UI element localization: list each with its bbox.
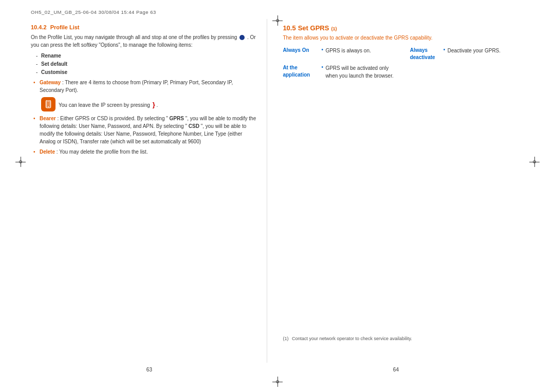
top-crosshair bbox=[272, 15, 283, 26]
left-page-number: 63 bbox=[146, 367, 152, 372]
bearer-text1: : Either GPRS or CSD is provided. By sel… bbox=[57, 116, 168, 121]
dash-item-rename: Rename bbox=[36, 52, 256, 60]
bottom-crosshair bbox=[272, 377, 283, 387]
icon-box: You can leave the IP screen by pressing … bbox=[41, 97, 256, 111]
right-section-heading: 10.5 Set GPRS (1) bbox=[283, 24, 524, 32]
gateway-text: : There are 4 items to choose from (Prim… bbox=[40, 80, 233, 93]
page-container: OH5_02_UM_GB_25-06-04 30/08/04 15:44 Pag… bbox=[0, 0, 555, 392]
dash-item-setdefault: Set default bbox=[36, 60, 256, 68]
doc-header-text: OH5_02_UM_GB_25-06-04 30/08/04 15:44 Pag… bbox=[31, 9, 156, 15]
cell-label-at-application: At the application bbox=[283, 64, 321, 80]
footer-left: 63 bbox=[31, 367, 268, 372]
icon-text: You can leave the IP screen by pressing … bbox=[59, 101, 158, 108]
right-section-title: Set GPRS bbox=[298, 24, 329, 32]
left-section-number: 10.4.2 bbox=[31, 24, 47, 30]
cell-desc-always-on: GPRS is always on. bbox=[325, 47, 410, 61]
right-section-superscript: (1) bbox=[331, 26, 337, 31]
dash-item-customise: Customise bbox=[36, 68, 256, 77]
right-column: 10.5 Set GPRS (1) The item allows you to… bbox=[267, 19, 529, 363]
nav-button-icon bbox=[239, 35, 245, 40]
bottom-crosshair-container bbox=[0, 377, 555, 392]
cell-right-desc-deactivate: Deactivate your GPRS. bbox=[448, 47, 524, 61]
footnote: (1) Contact your network operator to che… bbox=[283, 335, 524, 343]
cell-desc-at-application: GPRS will be activated only when you lau… bbox=[325, 64, 410, 80]
gateway-label: Gateway bbox=[40, 80, 61, 85]
bullet-item-bearer: Bearer : Either GPRS or CSD is provided.… bbox=[33, 115, 256, 145]
left-section-heading: 10.4.2 Profile List bbox=[31, 24, 256, 30]
dash-item-customise-label: Customise bbox=[41, 69, 67, 75]
gprs-row-always-on: Always On • GPRS is always on. Always de… bbox=[283, 47, 524, 61]
bearer-gprs: GPRS bbox=[170, 116, 184, 121]
phone-icon bbox=[41, 97, 55, 111]
left-intro-text: On the Profile List, you may navigate th… bbox=[31, 34, 237, 40]
cell-right-bullet-empty bbox=[443, 64, 448, 80]
delete-text: : You may delete the profile from the li… bbox=[57, 149, 148, 155]
superscript-dot: . bbox=[157, 102, 158, 108]
right-intro-text: The item allows you to activate or deact… bbox=[283, 35, 432, 41]
cell-right-bullet-deactivate: • bbox=[443, 47, 448, 61]
right-page-number: 64 bbox=[393, 367, 399, 372]
dash-list: Rename Set default Customise bbox=[36, 52, 256, 77]
bullet-item-delete: Delete : You may delete the profile from… bbox=[33, 148, 256, 156]
main-content: 10.4.2 Profile List On the Profile List,… bbox=[0, 19, 555, 363]
bearer-label: Bearer bbox=[40, 116, 56, 121]
left-crosshair bbox=[15, 157, 26, 167]
right-intro: The item allows you to activate or deact… bbox=[283, 34, 524, 42]
gprs-row-at-application: At the application • GPRS will be activa… bbox=[283, 64, 524, 80]
svg-rect-2 bbox=[47, 101, 50, 102]
gprs-table: Always On • GPRS is always on. Always de… bbox=[283, 47, 524, 80]
footnote-text: Contact your network operator to check s… bbox=[292, 336, 412, 341]
footnote-area: (1) Contact your network operator to che… bbox=[283, 335, 524, 343]
bullet-list: Gateway : There are 4 items to choose fr… bbox=[33, 79, 256, 156]
footer: 63 64 bbox=[0, 363, 555, 377]
cell-right-label-always-deactivate: Always deactivate bbox=[410, 47, 443, 61]
svg-point-1 bbox=[48, 106, 49, 107]
left-column: 10.4.2 Profile List On the Profile List,… bbox=[26, 19, 267, 363]
footer-right: 64 bbox=[268, 367, 524, 372]
icon-leave-text: You can leave the IP screen by pressing bbox=[59, 102, 150, 108]
footnote-number: (1) bbox=[283, 336, 288, 341]
dash-item-setdefault-label: Set default bbox=[41, 61, 67, 67]
bearer-csd: CSD bbox=[189, 123, 199, 129]
bullet-item-gateway: Gateway : There are 4 items to choose fr… bbox=[33, 79, 256, 94]
cell-bullet-always-on: • bbox=[321, 47, 325, 61]
cell-right-label-empty bbox=[410, 64, 443, 80]
left-intro: On the Profile List, you may navigate th… bbox=[31, 33, 256, 49]
right-crosshair bbox=[529, 157, 540, 167]
dash-item-rename-label: Rename bbox=[41, 53, 61, 59]
right-section-number: 10.5 bbox=[283, 24, 295, 32]
cell-label-always-on: Always On bbox=[283, 47, 321, 61]
delete-label: Delete bbox=[40, 149, 55, 155]
cell-right-desc-empty bbox=[448, 64, 524, 80]
left-section-title: Profile List bbox=[50, 24, 80, 30]
back-arrow-icon: } bbox=[153, 101, 155, 108]
